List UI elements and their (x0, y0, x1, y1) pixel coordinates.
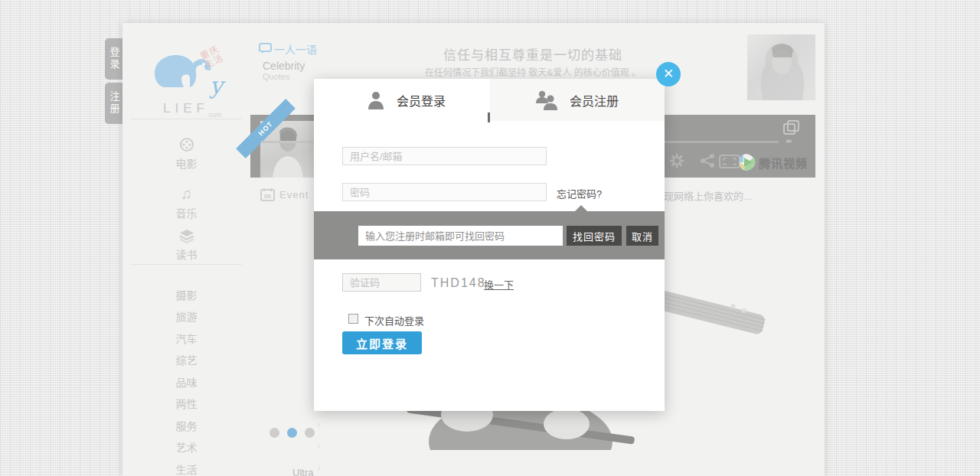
site-logo[interactable]: y 重庆 生活 LIEF .com (136, 40, 236, 116)
captcha-code: THD148 (431, 276, 486, 290)
sidebar-item-music[interactable]: 音乐 › (122, 205, 250, 220)
user-icon (366, 90, 386, 110)
sidebar-item-movies[interactable]: 电影 › (122, 155, 250, 171)
event-label: Event (279, 189, 309, 201)
sidebar-item-gender[interactable]: 两性› (122, 396, 250, 411)
tab-member-register[interactable]: 会员注册 (490, 79, 665, 121)
books-icon (122, 228, 250, 246)
menu-label: 读书 (176, 249, 198, 261)
sidebar-item-travel[interactable]: 旅游› (122, 308, 250, 324)
settings-gear-icon[interactable] (669, 153, 684, 168)
tab-register-label: 会员注册 (570, 91, 619, 109)
footer-brand-text: Ultra (292, 467, 313, 476)
sidebar-item-reading[interactable]: 读书 › (122, 246, 250, 262)
forgot-password-link[interactable]: 忘记密码? (557, 186, 602, 201)
sidebar-item-taste[interactable]: 品味› (122, 374, 250, 390)
svg-text:y: y (209, 72, 226, 99)
tencent-video-play-icon (737, 152, 757, 172)
menu-label: 电影 (176, 158, 198, 170)
password-input[interactable] (342, 183, 547, 201)
brand-tld: .com (207, 111, 222, 119)
recovery-cancel-button[interactable]: 取消 (626, 226, 658, 246)
quote-title: 信任与相互尊重是一切的基础 (250, 44, 815, 64)
username-input[interactable] (342, 147, 547, 165)
menu-label: 音乐 (176, 207, 198, 220)
sidebar-item-art[interactable]: 艺术› (122, 439, 250, 455)
sidebar-login-tab[interactable]: 登录 (105, 38, 123, 80)
celebrity-photo (747, 34, 815, 100)
recover-password-button[interactable]: 找回密码 (567, 226, 622, 246)
recovery-email-input[interactable] (358, 226, 563, 246)
menu-label: 综艺 (176, 354, 198, 367)
quote-subtitle: 在任何情况下我们都坚持 敬天&爱人 的核心价值观 。 (250, 65, 815, 78)
auto-login-checkbox[interactable] (348, 314, 358, 324)
menu-label: 两性 (176, 398, 198, 410)
modal-tabbar: 会员登录 会员注册 (314, 79, 665, 121)
menu-label: 汽车 (176, 333, 198, 345)
login-submit-button[interactable]: 立即登录 (342, 331, 422, 354)
sidebar-item-cars[interactable]: 汽车› (122, 331, 250, 346)
recovery-caret (575, 205, 587, 211)
auto-login-label: 下次自动登录 (364, 313, 424, 328)
tab-login-label: 会员登录 (397, 91, 446, 109)
tab-member-login[interactable]: 会员登录 (314, 79, 489, 121)
menu-label: 摄影 (176, 289, 198, 302)
carousel-dot-3[interactable] (305, 428, 315, 438)
sidebar-divider (130, 264, 242, 265)
sidebar-register-tab[interactable]: 注册 (105, 83, 123, 124)
menu-label: 服务 (176, 420, 198, 432)
carousel-dot-1[interactable] (270, 428, 279, 438)
captcha-input[interactable] (342, 273, 421, 292)
password-recovery-panel: 找回密码 取消 (314, 211, 665, 259)
chevron-right-icon: › (318, 463, 321, 472)
modal-close-icon[interactable]: ✕ (656, 62, 681, 86)
film-icon (122, 136, 250, 156)
menu-label: 艺术 (176, 442, 198, 454)
carousel-dot-2-active[interactable] (287, 428, 297, 438)
sidebar-item-life[interactable]: 生活› (122, 461, 250, 476)
calendar-icon (260, 187, 275, 201)
skip-forward-icon[interactable]: ▸▸ (786, 136, 791, 145)
menu-label: 旅游 (176, 311, 198, 323)
users-icon (534, 90, 559, 111)
sidebar-item-variety[interactable]: 综艺› (122, 352, 250, 367)
music-icon: ♫ (122, 185, 250, 203)
sidebar-divider (130, 119, 242, 119)
tencent-video-label: 腾讯视频 (759, 155, 808, 171)
share-icon[interactable] (700, 153, 715, 168)
tab-divider-tick (488, 112, 490, 122)
playlist-copy-icon[interactable] (782, 119, 801, 136)
captcha-refresh-link[interactable]: 换一下 (484, 277, 514, 292)
menu-label: 生活 (176, 464, 198, 476)
login-modal: 会员登录 会员注册 忘记密码? 找回密码 取消 THD148 换一下 下次自动登… (314, 79, 665, 411)
menu-label: 品味 (176, 377, 198, 389)
sidebar-item-photography[interactable]: 摄影› (122, 287, 250, 302)
sidebar-item-services[interactable]: 服务› (122, 418, 250, 433)
